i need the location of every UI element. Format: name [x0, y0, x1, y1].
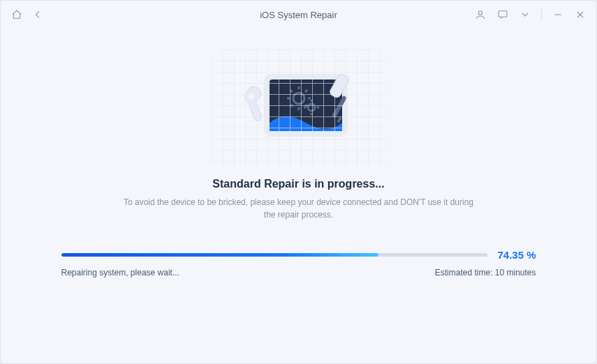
titlebar-divider	[541, 9, 542, 20]
feedback-icon[interactable]	[496, 8, 509, 21]
progress-section: 74.35 % Repairing system, please wait...…	[61, 249, 536, 278]
progress-percent: 74.35 %	[497, 249, 536, 261]
home-icon[interactable]	[10, 8, 23, 21]
progress-bar	[61, 253, 488, 257]
back-icon[interactable]	[31, 8, 44, 21]
chevron-down-icon[interactable]	[519, 8, 531, 21]
repair-illustration	[212, 50, 386, 168]
progress-subtext: To avoid the device to be bricked, pleas…	[117, 196, 480, 221]
progress-row: 74.35 %	[61, 249, 536, 261]
progress-status-text: Repairing system, please wait...	[61, 268, 179, 278]
user-icon[interactable]	[474, 8, 487, 21]
titlebar-right	[474, 8, 587, 21]
app-window: iOS System Repair	[0, 0, 597, 364]
progress-fill	[61, 253, 378, 257]
progress-heading: Standard Repair is in progress...	[212, 178, 384, 190]
minimize-icon[interactable]	[552, 8, 564, 21]
progress-eta-text: Estimated time: 10 minutes	[435, 268, 536, 278]
svg-point-0	[478, 11, 482, 15]
illustration-grid	[212, 50, 386, 168]
title-bar: iOS System Repair	[1, 1, 596, 29]
close-icon[interactable]	[574, 8, 587, 21]
titlebar-left	[10, 8, 44, 21]
progress-subrow: Repairing system, please wait... Estimat…	[61, 268, 536, 278]
main-content: Standard Repair is in progress... To avo…	[1, 29, 596, 363]
